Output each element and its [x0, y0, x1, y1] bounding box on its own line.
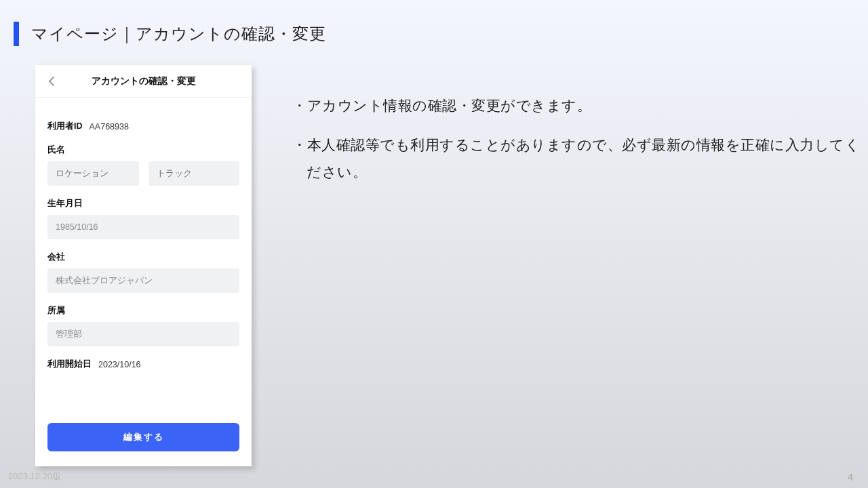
accent-bar — [14, 22, 19, 46]
name-label: 氏名 — [47, 144, 239, 156]
edit-button[interactable]: 編集する — [47, 423, 239, 451]
user-id-label: 利用者ID — [47, 121, 83, 132]
version-label: 2023.12.20版 — [8, 470, 61, 483]
desc-line-2: ・本人確認等でも利用することがありますので、必ず最新の情報を正確に入力してくださ… — [292, 131, 868, 186]
app-preview: アカウントの確認・変更 利用者ID AA768938 氏名 生年月日 会社 所属 — [35, 65, 252, 466]
dept-label: 所属 — [47, 305, 239, 317]
page-number: 4 — [848, 471, 853, 483]
app-header-title: アカウントの確認・変更 — [92, 75, 196, 87]
page-title: マイページ｜アカウントの確認・変更 — [31, 23, 326, 45]
user-id-row: 利用者ID AA768938 — [47, 121, 239, 132]
desc-line-1: ・アカウント情報の確認・変更ができます。 — [292, 92, 868, 119]
first-name-input[interactable] — [149, 161, 240, 186]
user-id-value: AA768938 — [90, 122, 129, 131]
chevron-left-icon — [47, 76, 56, 87]
last-name-input[interactable] — [47, 161, 139, 186]
title-bar: マイページ｜アカウントの確認・変更 — [0, 0, 868, 46]
app-header: アカウントの確認・変更 — [35, 65, 252, 98]
description: ・アカウント情報の確認・変更ができます。 ・本人確認等でも利用することがあります… — [292, 65, 868, 466]
start-date-row: 利用開始日 2023/10/16 — [47, 359, 239, 370]
dob-input[interactable] — [47, 215, 239, 239]
company-input[interactable] — [47, 268, 239, 293]
company-label: 会社 — [47, 251, 239, 263]
back-button[interactable] — [46, 76, 57, 87]
dob-label: 生年月日 — [47, 198, 239, 209]
start-date-label: 利用開始日 — [47, 359, 92, 370]
start-date-value: 2023/10/16 — [98, 360, 141, 369]
dept-input[interactable] — [47, 322, 239, 346]
